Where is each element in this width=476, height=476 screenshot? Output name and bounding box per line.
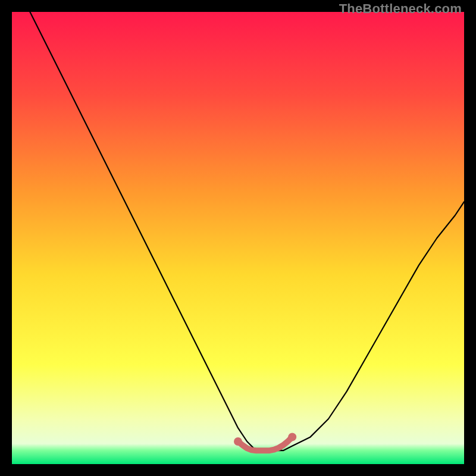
bottleneck-chart (12, 12, 464, 464)
gradient-background (12, 12, 464, 464)
chart-frame (12, 12, 464, 464)
watermark-text: TheBottleneck.com (339, 1, 462, 17)
highlight-marker (288, 433, 296, 441)
highlight-marker (234, 437, 242, 446)
